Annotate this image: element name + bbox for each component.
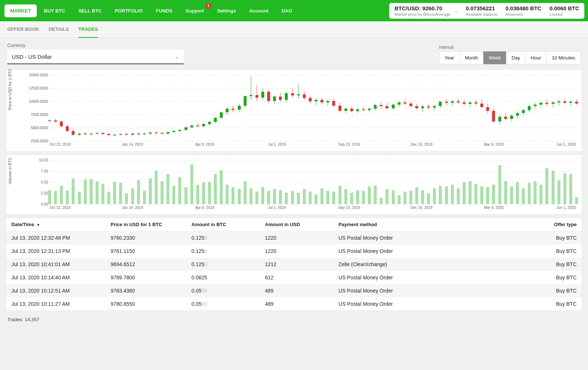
interval-btn-10-minutes[interactable]: 10 Minutes xyxy=(546,51,581,64)
volume-bar xyxy=(309,192,312,204)
nav-tab-account[interactable]: Account xyxy=(243,4,274,17)
volume-bar xyxy=(332,192,335,204)
volume-bar xyxy=(386,189,388,204)
volume-bar xyxy=(433,188,436,204)
volume-bar xyxy=(238,189,241,204)
locked-balance-label: Locked xyxy=(549,12,579,17)
nav-tab-buy-btc[interactable]: BUY BTC xyxy=(38,4,71,17)
nav-tabs: MARKETBUY BTCSELL BTCPORTFOLIOFUNDSSuppo… xyxy=(4,4,299,17)
volume-bar xyxy=(575,197,578,204)
y-tick-label: 10.00 xyxy=(28,158,48,162)
market-pair-sub: Market price by BitcoinAverage xyxy=(394,12,450,17)
nav-tab-market[interactable]: MARKET xyxy=(4,4,37,17)
volume-bar xyxy=(279,190,282,204)
volume-bar xyxy=(172,186,175,204)
nav-tab-support[interactable]: Support1 xyxy=(180,4,210,17)
subnav-tab-offer-book[interactable]: OFFER BOOK xyxy=(7,26,39,37)
volume-bar xyxy=(214,174,217,204)
volume-bar xyxy=(480,186,483,204)
volume-bar xyxy=(297,193,300,204)
x-tick-label: Jun 1, 2020 xyxy=(556,142,576,146)
nav-tab-sell-btc[interactable]: SELL BTC xyxy=(72,4,107,17)
market-subnav: OFFER BOOKDETAILSTRADES xyxy=(0,21,588,38)
volume-bar xyxy=(563,173,566,204)
volume-bar xyxy=(398,195,401,204)
volume-chart[interactable]: 0.002.505.007.5010.00 Oct 22, 2018Jan 14… xyxy=(28,160,577,211)
currency-label: Currency xyxy=(7,43,184,48)
volume-bar xyxy=(362,191,365,204)
subnav-tab-trades[interactable]: TRADES xyxy=(78,26,98,38)
volume-bar xyxy=(510,186,513,204)
volume-bar xyxy=(226,185,229,204)
nav-tab-settings[interactable]: Settings xyxy=(211,4,242,17)
volume-bar xyxy=(208,182,211,204)
volume-bar xyxy=(60,186,63,204)
volume-bar xyxy=(190,164,193,204)
volume-bar xyxy=(90,179,93,204)
interval-block: Interval YearMonthWeekDayHour10 Minutes xyxy=(439,45,581,64)
subnav-tab-details[interactable]: DETAILS xyxy=(49,26,69,37)
volume-bar xyxy=(184,187,187,204)
nav-tab-funds[interactable]: FUNDS xyxy=(150,4,178,17)
volume-chart-card: Volume in BTC 0.002.505.007.5010.00 Oct … xyxy=(6,155,582,215)
volume-bar xyxy=(255,192,258,204)
market-pair-price: BTC/USD: 9260.70 xyxy=(394,5,450,11)
volume-bar xyxy=(522,188,525,204)
volume-bar xyxy=(273,189,276,204)
x-tick-label: Jun 1, 2020 xyxy=(556,206,576,210)
volume-bar xyxy=(451,185,454,204)
currency-select[interactable]: USD - US Dollar ⌄ xyxy=(7,50,184,64)
volume-bar xyxy=(545,168,548,204)
volume-bar xyxy=(202,182,205,204)
reserved-balance-label: Reserved xyxy=(506,12,542,17)
volume-bar xyxy=(149,178,152,204)
volume-bar xyxy=(469,181,472,204)
volume-bar xyxy=(166,174,169,204)
notification-badge: 1 xyxy=(205,3,211,9)
volume-bar xyxy=(143,191,146,204)
volume-bar xyxy=(439,186,442,204)
price-chart[interactable]: 2500.00005000.00007500.000010000.0000125… xyxy=(28,75,577,148)
x-tick-label: Jul 1, 2019 xyxy=(268,142,286,146)
volume-bar xyxy=(498,165,501,204)
chevron-down-icon: ⌄ xyxy=(175,53,179,60)
interval-btn-hour[interactable]: Hour xyxy=(525,51,546,64)
volume-bar xyxy=(261,187,264,204)
interval-btn-day[interactable]: Day xyxy=(506,51,526,64)
volume-bar xyxy=(113,182,116,204)
interval-btn-year[interactable]: Year xyxy=(439,51,460,64)
x-tick-label: Apr 8, 2019 xyxy=(195,142,214,146)
volume-bar xyxy=(315,195,318,204)
y-tick-label: 5.00 xyxy=(28,180,48,184)
volume-bar xyxy=(421,190,424,204)
volume-bar xyxy=(516,182,519,204)
y-tick-label: 5000.0000 xyxy=(28,126,48,130)
x-tick-label: Jan 14, 2019 xyxy=(122,142,143,146)
x-tick-label: Dec 16, 2019 xyxy=(410,142,433,146)
x-tick-label: Jul 1, 2019 xyxy=(268,206,286,210)
available-balance-label: Available balance xyxy=(466,12,498,17)
interval-buttons: YearMonthWeekDayHour10 Minutes xyxy=(439,51,581,64)
y-tick-label: 2.50 xyxy=(28,191,48,195)
volume-bar xyxy=(285,193,288,204)
volume-bar xyxy=(220,170,223,204)
volume-bar xyxy=(427,193,430,204)
volume-bar xyxy=(350,193,353,204)
x-tick-label: Jan 14, 2019 xyxy=(122,206,143,210)
x-tick-label: Dec 16, 2019 xyxy=(410,206,433,210)
volume-bar xyxy=(569,174,572,204)
volume-bar xyxy=(492,185,495,204)
volume-bar xyxy=(344,189,347,204)
interval-btn-week[interactable]: Week xyxy=(483,51,506,64)
volume-bar xyxy=(338,186,341,204)
y-tick-label: 2500.0000 xyxy=(28,139,48,143)
available-balance: 0.07356221 xyxy=(466,5,498,11)
chevron-down-icon[interactable]: ⌄ xyxy=(454,8,458,13)
nav-tab-dao[interactable]: DAO xyxy=(276,4,298,17)
volume-bar xyxy=(107,192,110,204)
interval-btn-month[interactable]: Month xyxy=(459,51,484,64)
volume-bar xyxy=(125,193,128,204)
currency-block: Currency USD - US Dollar ⌄ xyxy=(7,43,184,64)
nav-tab-portfolio[interactable]: PORTFOLIO xyxy=(109,4,148,17)
volume-bar xyxy=(528,183,531,204)
